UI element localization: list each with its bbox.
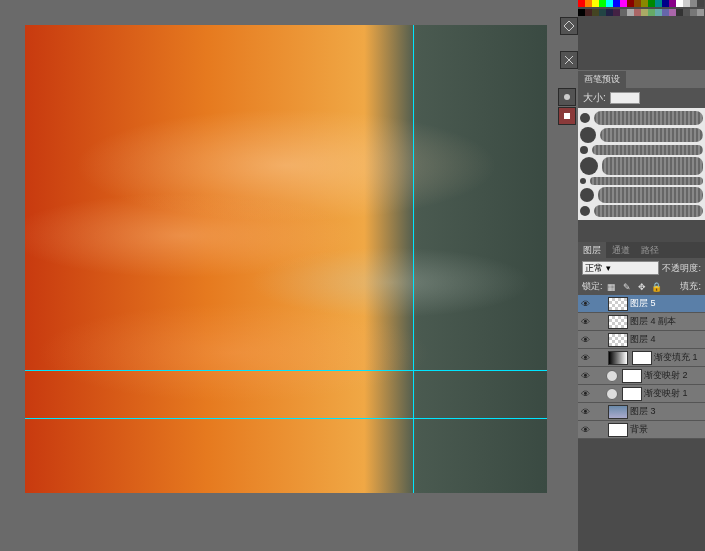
- image-content: [25, 25, 547, 493]
- layer-thumbnail[interactable]: [608, 297, 628, 311]
- brush-option-icon[interactable]: [558, 88, 576, 106]
- canvas-workspace[interactable]: [0, 0, 578, 551]
- document-canvas[interactable]: [25, 25, 547, 493]
- layer-list: 👁 图层 5 👁 图层 4 副本 👁 图层 4 👁: [578, 295, 705, 439]
- layer-mask-thumbnail[interactable]: [632, 351, 652, 365]
- guide-horizontal-2[interactable]: [25, 418, 547, 419]
- layer-name-label[interactable]: 渐变映射 1: [644, 387, 703, 400]
- layer-thumbnail[interactable]: [608, 351, 628, 365]
- settings-tool-icon[interactable]: [560, 51, 578, 69]
- color-swatches-panel[interactable]: [578, 0, 705, 18]
- brush-preset-item[interactable]: [580, 176, 703, 186]
- opacity-label: 不透明度:: [662, 262, 701, 275]
- visibility-eye-icon[interactable]: 👁: [578, 331, 592, 349]
- lock-all-icon[interactable]: 🔒: [651, 281, 663, 293]
- tab-paths[interactable]: 路径: [636, 242, 664, 258]
- layer-row[interactable]: 👁 渐变映射 2: [578, 367, 705, 385]
- tab-channels[interactable]: 通道: [607, 242, 635, 258]
- lock-paint-icon[interactable]: ✎: [621, 281, 633, 293]
- layer-thumbnail[interactable]: [608, 405, 628, 419]
- brush-preset-item[interactable]: [580, 204, 703, 218]
- layer-row[interactable]: 👁 图层 4: [578, 331, 705, 349]
- layer-row[interactable]: 👁 渐变填充 1: [578, 349, 705, 367]
- brush-option-active-icon[interactable]: [558, 107, 576, 125]
- guide-horizontal-1[interactable]: [25, 370, 547, 371]
- brush-preset-item[interactable]: [580, 126, 703, 144]
- adjustment-icon[interactable]: [606, 370, 618, 382]
- visibility-eye-icon[interactable]: 👁: [578, 403, 592, 421]
- layer-name-label[interactable]: 渐变填充 1: [654, 351, 703, 364]
- lock-move-icon[interactable]: ✥: [636, 281, 648, 293]
- svg-point-0: [564, 94, 570, 100]
- fill-label: 填充:: [680, 280, 701, 293]
- layer-row[interactable]: 👁 渐变映射 1: [578, 385, 705, 403]
- layers-panel: 图层 通道 路径 正常 ▾ 不透明度: 锁定: ▦ ✎ ✥ 🔒 填充: 👁 图层…: [578, 242, 705, 439]
- layer-row[interactable]: 👁 图层 4 副本: [578, 313, 705, 331]
- brush-size-label: 大小:: [583, 91, 606, 105]
- tab-layers[interactable]: 图层: [578, 242, 606, 258]
- layer-name-label[interactable]: 图层 3: [630, 405, 703, 418]
- layer-row[interactable]: 👁 背景: [578, 421, 705, 439]
- lock-label: 锁定:: [582, 280, 603, 293]
- visibility-eye-icon[interactable]: 👁: [578, 349, 592, 367]
- layer-row[interactable]: 👁 图层 3: [578, 403, 705, 421]
- layer-mask-thumbnail[interactable]: [622, 369, 642, 383]
- brush-panel-tabs: 画笔预设: [578, 70, 705, 88]
- layer-thumbnail[interactable]: [608, 333, 628, 347]
- ruler-tool-icon[interactable]: [560, 17, 578, 35]
- brush-preset-item[interactable]: [580, 156, 703, 176]
- visibility-eye-icon[interactable]: 👁: [578, 313, 592, 331]
- layers-panel-tabs: 图层 通道 路径: [578, 242, 705, 258]
- brush-preset-item[interactable]: [580, 110, 703, 126]
- brush-preset-item[interactable]: [580, 186, 703, 204]
- layer-name-label[interactable]: 图层 5: [630, 297, 703, 310]
- visibility-eye-icon[interactable]: 👁: [578, 385, 592, 403]
- layer-mask-thumbnail[interactable]: [622, 387, 642, 401]
- brush-list[interactable]: [578, 108, 705, 220]
- brush-presets-panel: 画笔预设 大小:: [578, 70, 705, 220]
- visibility-eye-icon[interactable]: 👁: [578, 367, 592, 385]
- layer-thumbnail[interactable]: [608, 423, 628, 437]
- lock-transparency-icon[interactable]: ▦: [606, 281, 618, 293]
- layer-thumbnail[interactable]: [608, 315, 628, 329]
- blend-mode-select[interactable]: 正常 ▾: [582, 261, 659, 275]
- adjustment-icon[interactable]: [606, 388, 618, 400]
- layer-name-label[interactable]: 图层 4: [630, 333, 703, 346]
- brush-presets-tab[interactable]: 画笔预设: [578, 71, 626, 88]
- svg-rect-1: [564, 113, 570, 119]
- visibility-eye-icon[interactable]: 👁: [578, 421, 592, 439]
- layer-name-label[interactable]: 背景: [630, 423, 703, 436]
- guide-vertical[interactable]: [413, 25, 414, 493]
- layer-name-label[interactable]: 图层 4 副本: [630, 315, 703, 328]
- layer-name-label[interactable]: 渐变映射 2: [644, 369, 703, 382]
- visibility-eye-icon[interactable]: 👁: [578, 295, 592, 313]
- layer-row[interactable]: 👁 图层 5: [578, 295, 705, 313]
- brush-size-input[interactable]: [610, 92, 640, 104]
- right-panel-dock: 画笔预设 大小: 图层 通道 路径 正常 ▾ 不透明度: 锁定: ▦: [578, 0, 705, 551]
- brush-preset-item[interactable]: [580, 144, 703, 156]
